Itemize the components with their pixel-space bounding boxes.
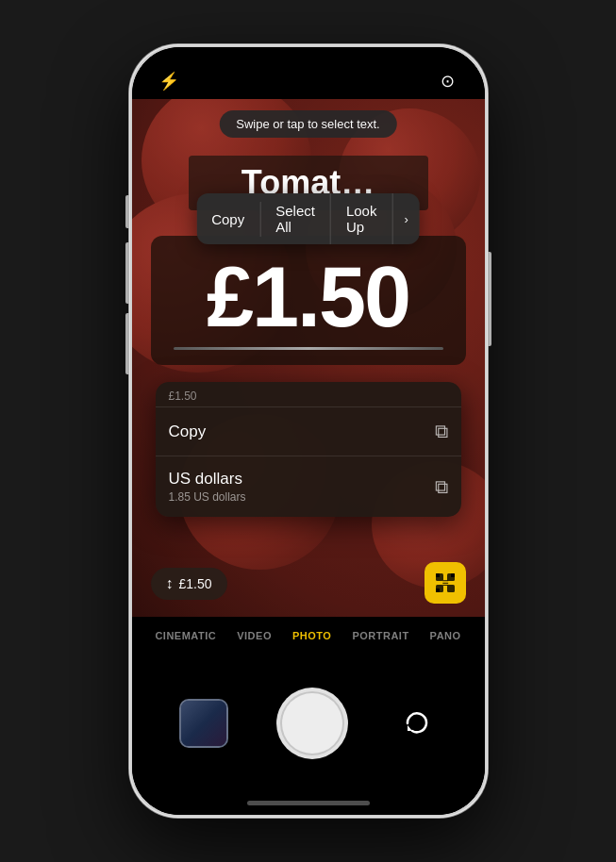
mode-pano[interactable]: PANO <box>430 630 461 641</box>
price-tag-text: £1.50 <box>179 576 212 591</box>
price-underline <box>174 347 443 350</box>
svg-rect-6 <box>436 588 440 592</box>
flip-camera-icon <box>403 709 431 738</box>
camera-mode-selector: CINEMATIC VIDEO PHOTO PORTRAIT PANO <box>132 617 485 651</box>
copy-price-icon: ⧉ <box>435 421 448 442</box>
home-indicator <box>247 801 370 805</box>
phone-frame: ⚡ ∧ ⊙ <box>129 44 488 818</box>
svg-rect-4 <box>436 573 440 577</box>
mode-video[interactable]: VIDEO <box>237 630 272 641</box>
price-tag-icon: ↕ <box>166 575 174 592</box>
volume-down-button[interactable] <box>125 313 129 374</box>
photo-thumbnail[interactable] <box>179 699 228 748</box>
svg-text:≡: ≡ <box>441 576 448 589</box>
convert-currency-left: US dollars 1.85 US dollars <box>169 470 246 504</box>
copy-price-item[interactable]: Copy ⧉ <box>156 406 461 456</box>
look-up-button[interactable]: Look Up <box>331 193 393 244</box>
live-text-icon: ≡ <box>433 571 458 595</box>
flash-icon: ⚡ <box>158 71 179 91</box>
mode-photo[interactable]: PHOTO <box>292 630 331 641</box>
camera-controls: CINEMATIC VIDEO PHOTO PORTRAIT PANO <box>132 617 485 815</box>
phone-screen: ⚡ ∧ ⊙ <box>132 47 485 815</box>
dynamic-island <box>252 58 365 91</box>
camera-viewfinder: Swipe or tap to select text. Tomat… Copy… <box>132 99 485 617</box>
price-display-box: £1.50 <box>151 236 466 365</box>
price-popup-menu: £1.50 Copy ⧉ US dollars 1.85 US dollars … <box>156 382 461 517</box>
convert-currency-item[interactable]: US dollars 1.85 US dollars ⧉ <box>156 456 461 517</box>
svg-rect-5 <box>451 573 455 577</box>
text-context-menu[interactable]: Copy Select All Look Up › <box>196 193 420 244</box>
shutter-row <box>132 651 485 795</box>
copy-button[interactable]: Copy <box>196 202 260 237</box>
copy-price-title: Copy <box>169 423 207 441</box>
convert-currency-icon: ⧉ <box>435 476 448 498</box>
price-value: £1.50 <box>174 255 443 340</box>
mode-portrait[interactable]: PORTRAIT <box>352 630 408 641</box>
shutter-button[interactable] <box>276 688 348 759</box>
convert-currency-subtitle: 1.85 US dollars <box>169 490 246 504</box>
shutter-inner <box>282 693 342 754</box>
flash-button[interactable]: ⚡ <box>158 71 179 91</box>
copy-price-left: Copy <box>169 423 207 441</box>
swipe-to-select-banner: Swipe or tap to select text. <box>219 110 396 138</box>
popup-header: £1.50 <box>156 382 461 406</box>
live-text-button[interactable]: ≡ <box>425 562 466 604</box>
select-all-button[interactable]: Select All <box>260 193 331 244</box>
mute-button[interactable] <box>125 195 129 228</box>
live-photo-button[interactable]: ⊙ <box>438 71 458 91</box>
record-icon: ⊙ <box>441 71 455 91</box>
volume-up-button[interactable] <box>125 242 129 304</box>
mode-cinematic[interactable]: CINEMATIC <box>155 630 216 641</box>
flip-camera-button[interactable] <box>396 703 438 744</box>
power-button[interactable] <box>488 252 491 346</box>
convert-currency-title: US dollars <box>169 470 246 489</box>
price-tag-badge: ↕ £1.50 <box>151 568 227 600</box>
camera-screen: ⚡ ∧ ⊙ <box>132 47 485 815</box>
more-options-button[interactable]: › <box>392 203 419 236</box>
